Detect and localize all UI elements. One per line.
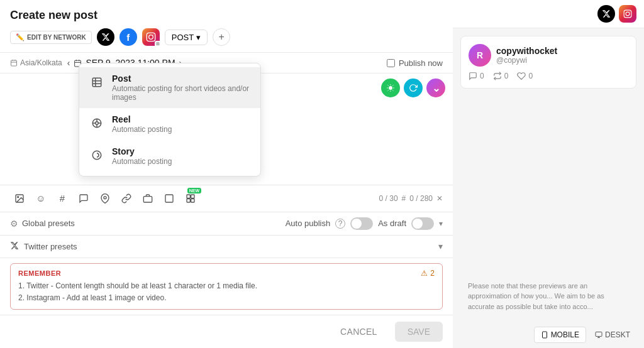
- remember-items: 1. Twitter - Content length should be at…: [18, 280, 435, 304]
- main-count: 0 / 280: [409, 194, 433, 203]
- dropdown-item-story[interactable]: Story Automatic posting: [79, 140, 260, 172]
- ai-dropdown-btn[interactable]: ⌄: [426, 79, 445, 97]
- desktop-view-tab[interactable]: DESKT: [589, 327, 636, 343]
- view-mode-tabs: MOBILE DESKT: [453, 322, 644, 348]
- preview-comments: 0: [469, 72, 484, 80]
- post-item-icon: [88, 73, 106, 91]
- svg-rect-14: [11, 60, 17, 66]
- preview-instagram-icon: [619, 5, 636, 23]
- svg-rect-26: [143, 196, 152, 202]
- new-media-toolbar-btn[interactable]: NEW: [181, 189, 200, 208]
- svg-point-22: [389, 86, 392, 90]
- cancel-button[interactable]: CANCEL: [328, 322, 390, 342]
- dropdown-item-post[interactable]: Post Automatic posting for short videos …: [79, 67, 260, 108]
- post-type-dropdown: Post Automatic posting for short videos …: [79, 63, 261, 177]
- svg-rect-0: [147, 33, 155, 41]
- preview-user: R copywithocket @copywi: [469, 44, 628, 67]
- network-bar: ✏️ EDIT BY NETWORK f ⊞ POST ▾: [10, 28, 443, 46]
- warning-icon: ⚠: [421, 269, 428, 278]
- preview-header: [453, 0, 644, 28]
- main-panel: Create new post ✏️ EDIT BY NETWORK f ⊞: [0, 0, 453, 348]
- post-type-label: POST: [172, 33, 194, 42]
- mobile-tab-label: MOBILE: [551, 330, 579, 339]
- as-draft-toggle[interactable]: [411, 217, 434, 230]
- close-icon[interactable]: ✕: [436, 194, 443, 203]
- new-badge: NEW: [187, 188, 201, 193]
- auto-publish-label: Auto publish: [286, 219, 331, 228]
- preview-likes: 0: [517, 72, 533, 80]
- preview-content: R copywithocket @copywi 0 0 0: [453, 28, 644, 271]
- likes-count: 0: [528, 72, 533, 80]
- instagram-network-icon[interactable]: ⊞: [142, 28, 160, 46]
- twitter-preset-icon: [10, 241, 19, 252]
- svg-rect-31: [191, 198, 194, 202]
- preview-handle: @copywi: [496, 56, 557, 65]
- svg-point-2: [153, 35, 153, 35]
- remember-badge: ⚠ 2: [421, 269, 435, 278]
- svg-point-8: [96, 122, 99, 125]
- plus-icon: +: [218, 31, 224, 43]
- page-title: Create new post: [10, 9, 443, 22]
- settings-bar: ⚙ Global presets Auto publish ? As draft…: [0, 212, 453, 236]
- twitter-presets-row[interactable]: Twitter presets ▾: [0, 236, 453, 258]
- settings-chevron-down[interactable]: ▾: [439, 219, 443, 228]
- mobile-view-tab[interactable]: MOBILE: [534, 327, 586, 343]
- chevron-down-icon: ▾: [196, 33, 201, 42]
- auto-publish-toggle[interactable]: [350, 217, 373, 230]
- prev-date-btn[interactable]: ‹: [67, 58, 70, 68]
- svg-rect-35: [542, 332, 547, 338]
- threads-toolbar-btn[interactable]: [138, 189, 157, 208]
- preview-actions: 0 0 0: [469, 72, 628, 80]
- post-type-dropdown-trigger[interactable]: POST ▾: [165, 30, 208, 45]
- global-presets-item[interactable]: ⚙ Global presets: [10, 219, 280, 229]
- twitter-presets-label: Twitter presets: [24, 242, 438, 251]
- post-item-subtitle: Automatic posting for short videos and/o…: [112, 84, 252, 102]
- twitter-network-icon[interactable]: [97, 28, 114, 46]
- reel-item-icon: [88, 114, 106, 132]
- edit-by-network-btn[interactable]: ✏️ EDIT BY NETWORK: [10, 31, 92, 44]
- preview-avatar: R: [469, 44, 491, 67]
- help-icon: ?: [335, 219, 345, 229]
- preview-retweets: 0: [493, 72, 509, 80]
- gear-icon: ⚙: [10, 219, 18, 229]
- svg-rect-27: [165, 195, 173, 202]
- comment-count: 0: [480, 72, 484, 80]
- edit-by-network-label: EDIT BY NETWORK: [27, 34, 86, 41]
- svg-point-1: [148, 35, 153, 40]
- square-toolbar-btn[interactable]: [160, 189, 179, 208]
- remember-title: REMEMBER: [18, 269, 61, 277]
- hashtag-count: 0 / 30: [379, 194, 398, 203]
- story-item-subtitle: Automatic posting: [112, 157, 172, 166]
- svg-point-33: [626, 12, 630, 16]
- svg-point-25: [104, 196, 106, 198]
- twitter-presets-expand[interactable]: ▾: [438, 241, 443, 251]
- post-item-title: Post: [112, 73, 252, 84]
- dropdown-item-reel[interactable]: Reel Automatic posting: [79, 108, 260, 140]
- publish-now-checkbox[interactable]: [387, 59, 395, 67]
- publish-now-section: Publish now: [387, 58, 443, 68]
- svg-rect-28: [187, 195, 190, 198]
- preview-note-section: Please note that these previews are an a…: [453, 271, 644, 322]
- preview-username: copywithocket: [496, 46, 557, 56]
- add-network-btn[interactable]: +: [213, 28, 230, 46]
- ai-refresh-btn[interactable]: [404, 79, 423, 97]
- story-item-title: Story: [112, 146, 172, 156]
- location-toolbar-btn[interactable]: [96, 189, 114, 208]
- hashtag-toolbar-btn[interactable]: #: [53, 189, 72, 208]
- grid-badge: ⊞: [155, 41, 161, 47]
- save-button[interactable]: SAVE: [395, 322, 443, 342]
- link-toolbar-btn[interactable]: [117, 189, 136, 208]
- facebook-network-icon[interactable]: f: [119, 28, 137, 46]
- timezone-display: Asia/Kolkata: [10, 58, 62, 67]
- ai-generate-btn[interactable]: [381, 79, 400, 97]
- remember-item-1: 1. Twitter - Content length should be at…: [18, 280, 435, 292]
- reel-item-title: Reel: [112, 114, 172, 124]
- emoji-toolbar-btn[interactable]: ☺: [31, 189, 50, 208]
- story-item-icon: [88, 146, 106, 164]
- image-toolbar-btn[interactable]: [10, 189, 29, 208]
- comment-toolbar-btn[interactable]: [74, 189, 93, 208]
- reel-item-text: Reel Automatic posting: [112, 114, 172, 134]
- preview-user-info: copywithocket @copywi: [496, 46, 557, 65]
- remember-count: 2: [430, 269, 435, 278]
- desktop-tab-label: DESKT: [605, 330, 630, 339]
